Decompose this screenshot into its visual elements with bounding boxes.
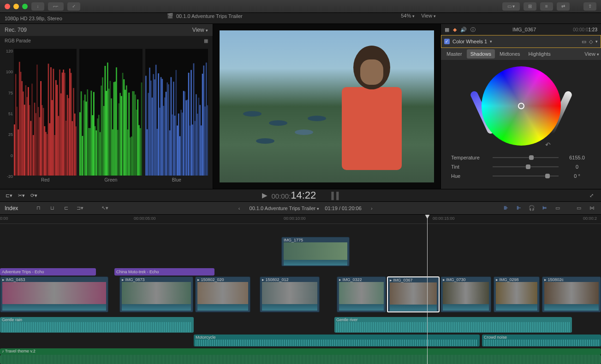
- timeline-ruler[interactable]: 0:0000:00:05:0000:00:10:0000:00:15:0000:…: [0, 215, 601, 224]
- keyword-button[interactable]: ⌐⌐: [48, 2, 64, 11]
- svg-rect-140: [196, 94, 197, 176]
- temperature-slider[interactable]: [493, 157, 559, 158]
- append-clip-button[interactable]: ⊏: [61, 205, 71, 212]
- snapping-button[interactable]: ⊨: [540, 205, 549, 212]
- color-wheel-handle[interactable]: [518, 103, 524, 109]
- effect-name[interactable]: Color Wheels 1: [452, 39, 487, 44]
- background-tasks-button[interactable]: ✓: [67, 2, 80, 11]
- keyframe-icon[interactable]: ◇: [589, 39, 593, 45]
- retime-menu[interactable]: ⟳▾: [30, 193, 37, 199]
- effect-enable-checkbox[interactable]: ✓: [444, 39, 450, 44]
- svg-rect-4: [19, 62, 20, 176]
- viewer-view-menu[interactable]: View ▾: [421, 13, 436, 18]
- viewer-canvas[interactable]: [220, 30, 434, 182]
- svg-rect-129: [182, 112, 183, 176]
- timeline-index-button[interactable]: Index: [5, 205, 18, 212]
- inspector-header: ▦ ◆ 🔊 ⓘ IMG_0367 00:00:000:00:01:231:23: [441, 24, 601, 35]
- video-clip[interactable]: ▸ 150802_020: [195, 276, 250, 312]
- tab-highlights[interactable]: Highlights: [525, 49, 554, 59]
- tab-master[interactable]: Master: [443, 49, 466, 59]
- audio-skimming-button[interactable]: ⊩: [514, 205, 524, 212]
- clip-appearance-button[interactable]: ⊞: [524, 2, 536, 11]
- close-window-button[interactable]: [5, 4, 10, 9]
- audio-clip[interactable]: Gentle rain: [0, 317, 194, 333]
- select-tool-button[interactable]: ↖▾: [100, 205, 109, 212]
- svg-rect-135: [189, 126, 190, 176]
- hue-slider[interactable]: [493, 176, 559, 176]
- render-button[interactable]: ▭: [553, 205, 562, 212]
- video-clip[interactable]: ▸ IMG_0298: [494, 276, 540, 312]
- svg-rect-63: [96, 130, 97, 176]
- insert-clip-button[interactable]: ⊔: [48, 205, 57, 212]
- connect-clip-button[interactable]: ⊓: [34, 205, 43, 212]
- music-clip[interactable]: ♪ Travel theme v.2: [0, 348, 601, 355]
- fullscreen-window-button[interactable]: [22, 4, 28, 9]
- svg-rect-145: [202, 74, 203, 176]
- list-view-button[interactable]: ≡: [540, 2, 553, 11]
- svg-rect-36: [59, 70, 60, 176]
- tools-menu[interactable]: ✂▾: [18, 193, 25, 199]
- video-clip[interactable]: ▸ IMG_0453: [0, 276, 108, 312]
- svg-rect-84: [122, 73, 124, 176]
- inspector-view-menu[interactable]: View ▾: [584, 51, 599, 57]
- svg-rect-53: [83, 100, 85, 176]
- timeline-history-back-button[interactable]: ‹: [235, 205, 244, 212]
- video-clip[interactable]: ▸ 150802_012: [260, 276, 320, 312]
- video-inspector-icon[interactable]: ▦: [445, 27, 449, 33]
- svg-rect-149: [207, 105, 208, 176]
- minimize-window-button[interactable]: [13, 4, 19, 9]
- viewer-panel: 🎬 00.1.0 Adventure Trips Trailer 54% ▾ V…: [213, 24, 440, 189]
- share-button[interactable]: ⇧: [583, 2, 596, 11]
- svg-rect-102: [148, 93, 149, 176]
- tab-shadows[interactable]: Shadows: [467, 49, 495, 59]
- video-clip[interactable]: ▸ IMG_0730: [440, 276, 491, 312]
- viewer-zoom-menu[interactable]: 54% ▾: [401, 13, 415, 18]
- svg-rect-29: [50, 67, 52, 176]
- playhead[interactable]: [427, 215, 428, 364]
- inspector-toggle-button[interactable]: ⇄: [557, 2, 570, 11]
- music-waveform[interactable]: [0, 355, 601, 364]
- svg-rect-98: [140, 128, 141, 176]
- scope-settings-icon[interactable]: ▦: [204, 38, 208, 43]
- import-button[interactable]: ↓: [31, 2, 44, 11]
- svg-rect-121: [172, 114, 173, 176]
- audio-inspector-icon[interactable]: 🔊: [460, 27, 467, 33]
- video-clip[interactable]: ▸ 150802c: [542, 276, 601, 312]
- svg-rect-19: [38, 107, 39, 176]
- timeline-history-forward-button[interactable]: ›: [367, 205, 376, 212]
- transitions-browser-button[interactable]: ⋈: [587, 205, 596, 212]
- scope-type-label: RGB Parade: [5, 38, 31, 43]
- tab-midtones[interactable]: Midtones: [496, 49, 524, 59]
- scopes-subheader: RGB Parade ▦: [0, 36, 213, 45]
- color-wheel[interactable]: [482, 66, 561, 146]
- timeline-tracks[interactable]: IMG_1775Adventure Trips - EchoChina Moto…: [0, 224, 601, 364]
- audio-clip[interactable]: Motorcycle: [194, 335, 480, 346]
- reset-icon[interactable]: ↶: [545, 141, 551, 148]
- video-clip[interactable]: ▸ IMG_0322: [337, 276, 386, 312]
- arrange-button[interactable]: ▭ ▾: [502, 2, 520, 11]
- timeline-project-name[interactable]: 00.1.0 Adventure Trips Trailer ▾: [250, 205, 320, 211]
- title-clip[interactable]: China Moto-trek - Echo: [114, 268, 214, 276]
- video-clip[interactable]: ▸ IMG_0367: [387, 276, 440, 312]
- video-clip[interactable]: ▸ IMG_0873: [119, 276, 193, 312]
- audio-clip[interactable]: Crowd noise: [482, 335, 601, 346]
- effects-browser-button[interactable]: ▭: [574, 205, 583, 212]
- audio-clip[interactable]: Gentle river: [334, 317, 572, 333]
- title-clip[interactable]: Adventure Trips - Echo: [0, 268, 96, 276]
- color-inspector-icon[interactable]: ◆: [453, 27, 457, 33]
- effect-row[interactable]: ✓ Color Wheels 1 ▾ ▭ ◇ ▾: [441, 35, 601, 48]
- skimming-button[interactable]: ⊪: [501, 205, 511, 212]
- connected-clip[interactable]: IMG_1775: [281, 237, 350, 266]
- play-button[interactable]: ▶: [262, 191, 268, 200]
- fullscreen-icon[interactable]: ⤢: [589, 193, 594, 199]
- clip-trim-menu[interactable]: ⊏▾: [6, 193, 12, 199]
- overwrite-clip-button[interactable]: ⊐▾: [75, 205, 84, 212]
- timeline[interactable]: 0:0000:00:05:0000:00:10:0000:00:15:0000:…: [0, 215, 601, 364]
- scopes-view-menu[interactable]: View ▾: [192, 27, 208, 33]
- mask-icon[interactable]: ▭: [582, 39, 586, 45]
- tint-slider[interactable]: [493, 166, 559, 167]
- solo-button[interactable]: 🎧: [527, 205, 536, 212]
- svg-rect-32: [54, 135, 55, 176]
- color-wheel-tabs: MasterShadowsMidtonesHighlights View ▾: [441, 48, 601, 60]
- info-inspector-icon[interactable]: ⓘ: [470, 26, 476, 33]
